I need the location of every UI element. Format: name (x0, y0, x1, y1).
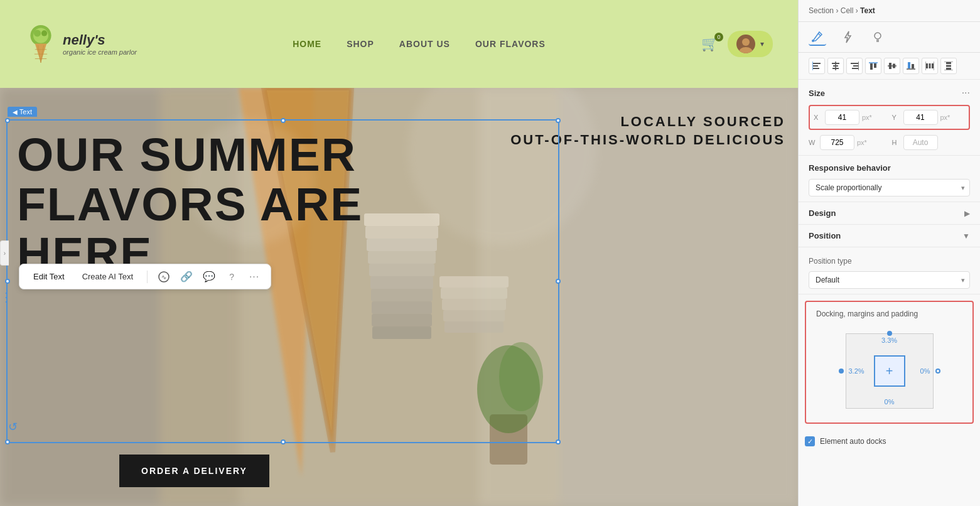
responsive-title: Responsive behavior (809, 163, 891, 173)
svg-rect-45 (813, 63, 821, 64)
breadcrumb-cell: Cell (841, 6, 854, 15)
nav-flavors[interactable]: OUR FLAVORS (475, 39, 546, 49)
svg-rect-46 (813, 65, 818, 67)
breadcrumb: Section › Cell › Text (799, 0, 980, 22)
nav-shop[interactable]: SHOP (347, 39, 374, 49)
wh-inputs: W px* H (809, 135, 970, 150)
website-preview: nelly's organic ice cream parlor HOME SH… (0, 0, 798, 506)
x-unit: px* (862, 114, 872, 121)
drag-handle-left[interactable]: ⋮ (0, 289, 10, 304)
svg-rect-73 (946, 68, 951, 70)
size-more[interactable]: ··· (962, 87, 970, 99)
tab-paint[interactable] (809, 28, 826, 46)
svg-point-10 (739, 47, 753, 53)
responsive-section: Responsive behavior Scale proportionally… (799, 156, 980, 202)
h-input[interactable] (903, 135, 938, 150)
x-input[interactable] (825, 110, 859, 125)
user-button[interactable]: ▾ (728, 31, 773, 57)
w-label: W (809, 139, 817, 146)
design-section-header[interactable]: Design ▶ (799, 202, 980, 225)
distribute-vertical[interactable] (940, 58, 957, 74)
cart-badge: 0 (714, 33, 723, 41)
docking-plus-icon: + (886, 364, 893, 379)
svg-rect-68 (932, 63, 934, 68)
nav-about[interactable]: ABOUT US (399, 39, 450, 49)
size-header: Size ··· (809, 87, 970, 99)
tab-lightning[interactable] (839, 28, 856, 46)
svg-rect-64 (912, 64, 914, 68)
cart-icon[interactable]: 🛒 0 (701, 36, 718, 52)
logo-icon (25, 25, 57, 63)
y-input[interactable] (903, 110, 938, 125)
distribute-horizontal[interactable] (922, 58, 938, 74)
xy-inputs: X px* Y px* (814, 110, 965, 125)
order-delivery-button[interactable]: ORDER A DELIVERY (119, 455, 269, 487)
docking-left-dot (839, 369, 844, 374)
align-bottom[interactable] (903, 58, 919, 74)
h-field: H (892, 135, 971, 150)
resize-handle-tr[interactable] (556, 118, 561, 123)
resize-handle-mr[interactable] (556, 279, 561, 284)
align-center[interactable] (827, 58, 844, 74)
edit-text-button[interactable]: Edit Text (30, 269, 68, 284)
logo-tagline: organic ice cream parlor (63, 48, 137, 56)
align-right[interactable] (846, 58, 863, 74)
auto-docks-checkbox[interactable]: ✓ (805, 436, 815, 446)
tab-bulb[interactable] (869, 28, 886, 46)
y-field: Y px* (892, 110, 966, 125)
site-nav: HOME SHOP ABOUT US OUR FLAVORS (293, 39, 546, 49)
position-type-dropdown[interactable]: Default Fixed Sticky (809, 271, 970, 289)
svg-line-40 (818, 33, 821, 36)
responsive-dropdown[interactable]: Scale proportionally Fixed Responsive (809, 179, 970, 196)
ai-icon[interactable]: ∿ (158, 271, 170, 283)
main-headline: OUR SUMMERFLAVORS AREHERE (8, 121, 558, 288)
user-avatar (736, 35, 755, 53)
align-middle[interactable] (884, 58, 900, 74)
nav-home[interactable]: HOME (293, 39, 321, 49)
docking-left-value: 3.2% (849, 367, 864, 375)
toolbar-separator-1 (147, 271, 148, 283)
svg-rect-66 (926, 63, 928, 68)
docking-top-dot (887, 331, 892, 336)
panel-tabs (799, 22, 980, 53)
create-ai-text-button[interactable]: Create AI Text (78, 269, 137, 284)
align-left[interactable] (809, 58, 825, 74)
svg-rect-63 (908, 62, 910, 68)
resize-handle-ml[interactable] (5, 279, 10, 284)
x-label: X (814, 114, 822, 121)
docking-top-value: 3.3% (881, 336, 897, 344)
align-top[interactable] (865, 58, 881, 74)
rotation-handle[interactable]: ↺ (8, 420, 18, 434)
design-arrow: ▶ (964, 209, 970, 218)
breadcrumb-sep1: › (836, 6, 840, 15)
svg-rect-57 (870, 63, 873, 70)
more-icon[interactable]: ··· (248, 271, 261, 283)
comment-icon[interactable]: 💬 (203, 271, 215, 283)
help-icon[interactable]: ? (225, 271, 238, 283)
size-section: Size ··· X px* Y px* W (799, 80, 980, 156)
logo-name: nelly's (63, 32, 137, 48)
text-element-label: ◀ Text (8, 107, 37, 117)
position-type-dropdown-wrapper: Default Fixed Sticky (809, 271, 970, 289)
docking-right-value: 0% (920, 367, 930, 375)
header-actions: 🛒 0 ▾ (701, 31, 773, 57)
docking-section: Docking, margins and padding 3.3% 3.2% 0… (805, 301, 974, 424)
position-section-header[interactable]: Position ▼ (799, 225, 980, 247)
resize-handle-bc[interactable] (281, 439, 286, 444)
w-input[interactable] (820, 135, 854, 150)
site-header: nelly's organic ice cream parlor HOME SH… (0, 0, 798, 88)
auto-docks-row: ✓ Element auto docks (799, 430, 980, 449)
xy-container-highlighted: X px* Y px* (809, 105, 970, 130)
resize-handle-tl[interactable] (5, 118, 10, 123)
link-icon[interactable]: 🔗 (180, 271, 193, 283)
resize-handle-br[interactable] (556, 439, 561, 444)
hero-section: LOCALLY SOURCED OUT-OF-THIS-WORLD DELICI… (0, 88, 798, 506)
docking-right-dot (935, 369, 940, 374)
w-unit: px* (857, 139, 867, 146)
logo-area: nelly's organic ice cream parlor (25, 25, 137, 63)
svg-rect-72 (946, 65, 951, 67)
alignment-row (799, 53, 980, 80)
resize-handle-bl[interactable] (5, 439, 10, 444)
resize-handle-tc[interactable] (281, 118, 286, 123)
docking-bottom-value: 0% (885, 398, 895, 406)
